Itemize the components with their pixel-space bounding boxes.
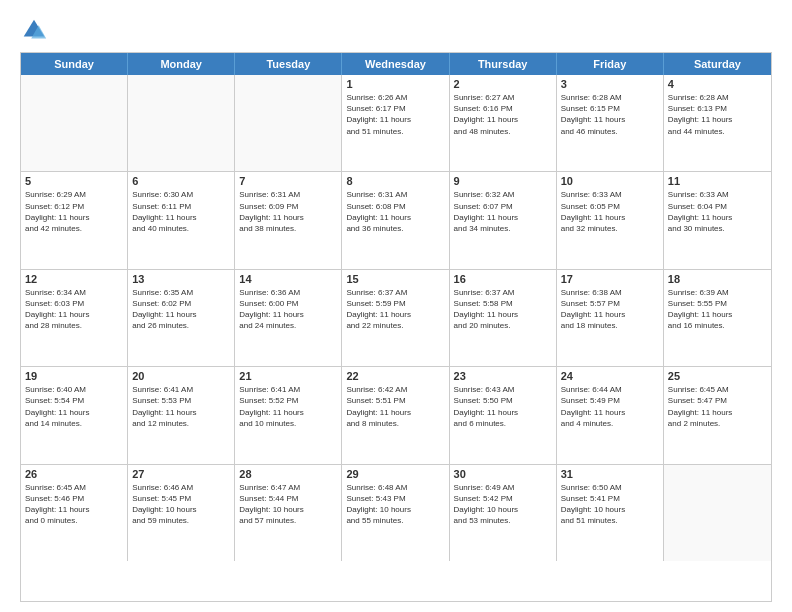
- day-details: Sunrise: 6:37 AM Sunset: 5:58 PM Dayligh…: [454, 287, 552, 332]
- calendar-day-6: 6Sunrise: 6:30 AM Sunset: 6:11 PM Daylig…: [128, 172, 235, 268]
- day-number: 21: [239, 370, 337, 382]
- header-day-friday: Friday: [557, 53, 664, 75]
- day-details: Sunrise: 6:35 AM Sunset: 6:02 PM Dayligh…: [132, 287, 230, 332]
- calendar-day-2: 2Sunrise: 6:27 AM Sunset: 6:16 PM Daylig…: [450, 75, 557, 171]
- day-details: Sunrise: 6:28 AM Sunset: 6:13 PM Dayligh…: [668, 92, 767, 137]
- calendar-day-8: 8Sunrise: 6:31 AM Sunset: 6:08 PM Daylig…: [342, 172, 449, 268]
- page: SundayMondayTuesdayWednesdayThursdayFrid…: [0, 0, 792, 612]
- day-details: Sunrise: 6:44 AM Sunset: 5:49 PM Dayligh…: [561, 384, 659, 429]
- calendar-day-28: 28Sunrise: 6:47 AM Sunset: 5:44 PM Dayli…: [235, 465, 342, 561]
- header-day-sunday: Sunday: [21, 53, 128, 75]
- day-number: 4: [668, 78, 767, 90]
- day-number: 13: [132, 273, 230, 285]
- logo: [20, 16, 52, 44]
- day-details: Sunrise: 6:48 AM Sunset: 5:43 PM Dayligh…: [346, 482, 444, 527]
- header-day-saturday: Saturday: [664, 53, 771, 75]
- day-number: 15: [346, 273, 444, 285]
- day-number: 29: [346, 468, 444, 480]
- calendar-day-26: 26Sunrise: 6:45 AM Sunset: 5:46 PM Dayli…: [21, 465, 128, 561]
- day-number: 3: [561, 78, 659, 90]
- header-day-thursday: Thursday: [450, 53, 557, 75]
- day-details: Sunrise: 6:32 AM Sunset: 6:07 PM Dayligh…: [454, 189, 552, 234]
- day-details: Sunrise: 6:50 AM Sunset: 5:41 PM Dayligh…: [561, 482, 659, 527]
- calendar-day-empty: [128, 75, 235, 171]
- calendar-day-15: 15Sunrise: 6:37 AM Sunset: 5:59 PM Dayli…: [342, 270, 449, 366]
- calendar-day-13: 13Sunrise: 6:35 AM Sunset: 6:02 PM Dayli…: [128, 270, 235, 366]
- day-details: Sunrise: 6:28 AM Sunset: 6:15 PM Dayligh…: [561, 92, 659, 137]
- day-details: Sunrise: 6:37 AM Sunset: 5:59 PM Dayligh…: [346, 287, 444, 332]
- day-number: 26: [25, 468, 123, 480]
- day-details: Sunrise: 6:34 AM Sunset: 6:03 PM Dayligh…: [25, 287, 123, 332]
- day-number: 2: [454, 78, 552, 90]
- calendar-week-1: 1Sunrise: 6:26 AM Sunset: 6:17 PM Daylig…: [21, 75, 771, 171]
- calendar-day-31: 31Sunrise: 6:50 AM Sunset: 5:41 PM Dayli…: [557, 465, 664, 561]
- calendar-day-10: 10Sunrise: 6:33 AM Sunset: 6:05 PM Dayli…: [557, 172, 664, 268]
- day-details: Sunrise: 6:29 AM Sunset: 6:12 PM Dayligh…: [25, 189, 123, 234]
- day-number: 20: [132, 370, 230, 382]
- day-number: 18: [668, 273, 767, 285]
- calendar-day-1: 1Sunrise: 6:26 AM Sunset: 6:17 PM Daylig…: [342, 75, 449, 171]
- day-number: 30: [454, 468, 552, 480]
- calendar-day-19: 19Sunrise: 6:40 AM Sunset: 5:54 PM Dayli…: [21, 367, 128, 463]
- day-details: Sunrise: 6:33 AM Sunset: 6:05 PM Dayligh…: [561, 189, 659, 234]
- day-details: Sunrise: 6:46 AM Sunset: 5:45 PM Dayligh…: [132, 482, 230, 527]
- day-number: 14: [239, 273, 337, 285]
- header: [20, 16, 772, 44]
- header-day-tuesday: Tuesday: [235, 53, 342, 75]
- calendar-day-27: 27Sunrise: 6:46 AM Sunset: 5:45 PM Dayli…: [128, 465, 235, 561]
- calendar-day-empty: [664, 465, 771, 561]
- calendar-day-23: 23Sunrise: 6:43 AM Sunset: 5:50 PM Dayli…: [450, 367, 557, 463]
- day-details: Sunrise: 6:36 AM Sunset: 6:00 PM Dayligh…: [239, 287, 337, 332]
- day-details: Sunrise: 6:39 AM Sunset: 5:55 PM Dayligh…: [668, 287, 767, 332]
- calendar-day-11: 11Sunrise: 6:33 AM Sunset: 6:04 PM Dayli…: [664, 172, 771, 268]
- calendar-day-16: 16Sunrise: 6:37 AM Sunset: 5:58 PM Dayli…: [450, 270, 557, 366]
- day-number: 7: [239, 175, 337, 187]
- day-details: Sunrise: 6:45 AM Sunset: 5:47 PM Dayligh…: [668, 384, 767, 429]
- calendar-body: 1Sunrise: 6:26 AM Sunset: 6:17 PM Daylig…: [21, 75, 771, 561]
- day-details: Sunrise: 6:31 AM Sunset: 6:08 PM Dayligh…: [346, 189, 444, 234]
- day-details: Sunrise: 6:30 AM Sunset: 6:11 PM Dayligh…: [132, 189, 230, 234]
- calendar-day-9: 9Sunrise: 6:32 AM Sunset: 6:07 PM Daylig…: [450, 172, 557, 268]
- day-details: Sunrise: 6:49 AM Sunset: 5:42 PM Dayligh…: [454, 482, 552, 527]
- day-number: 17: [561, 273, 659, 285]
- day-number: 19: [25, 370, 123, 382]
- calendar-day-24: 24Sunrise: 6:44 AM Sunset: 5:49 PM Dayli…: [557, 367, 664, 463]
- calendar-day-4: 4Sunrise: 6:28 AM Sunset: 6:13 PM Daylig…: [664, 75, 771, 171]
- day-number: 22: [346, 370, 444, 382]
- day-number: 9: [454, 175, 552, 187]
- calendar-day-18: 18Sunrise: 6:39 AM Sunset: 5:55 PM Dayli…: [664, 270, 771, 366]
- day-number: 6: [132, 175, 230, 187]
- day-details: Sunrise: 6:47 AM Sunset: 5:44 PM Dayligh…: [239, 482, 337, 527]
- calendar-day-22: 22Sunrise: 6:42 AM Sunset: 5:51 PM Dayli…: [342, 367, 449, 463]
- day-details: Sunrise: 6:33 AM Sunset: 6:04 PM Dayligh…: [668, 189, 767, 234]
- calendar-day-3: 3Sunrise: 6:28 AM Sunset: 6:15 PM Daylig…: [557, 75, 664, 171]
- day-number: 5: [25, 175, 123, 187]
- day-number: 28: [239, 468, 337, 480]
- day-number: 12: [25, 273, 123, 285]
- day-details: Sunrise: 6:41 AM Sunset: 5:53 PM Dayligh…: [132, 384, 230, 429]
- day-details: Sunrise: 6:42 AM Sunset: 5:51 PM Dayligh…: [346, 384, 444, 429]
- calendar-day-17: 17Sunrise: 6:38 AM Sunset: 5:57 PM Dayli…: [557, 270, 664, 366]
- day-details: Sunrise: 6:45 AM Sunset: 5:46 PM Dayligh…: [25, 482, 123, 527]
- day-details: Sunrise: 6:41 AM Sunset: 5:52 PM Dayligh…: [239, 384, 337, 429]
- header-day-wednesday: Wednesday: [342, 53, 449, 75]
- day-number: 10: [561, 175, 659, 187]
- calendar-header: SundayMondayTuesdayWednesdayThursdayFrid…: [21, 53, 771, 75]
- calendar-day-25: 25Sunrise: 6:45 AM Sunset: 5:47 PM Dayli…: [664, 367, 771, 463]
- header-day-monday: Monday: [128, 53, 235, 75]
- day-details: Sunrise: 6:26 AM Sunset: 6:17 PM Dayligh…: [346, 92, 444, 137]
- calendar-day-5: 5Sunrise: 6:29 AM Sunset: 6:12 PM Daylig…: [21, 172, 128, 268]
- calendar-week-4: 19Sunrise: 6:40 AM Sunset: 5:54 PM Dayli…: [21, 366, 771, 463]
- calendar-week-2: 5Sunrise: 6:29 AM Sunset: 6:12 PM Daylig…: [21, 171, 771, 268]
- calendar: SundayMondayTuesdayWednesdayThursdayFrid…: [20, 52, 772, 602]
- calendar-day-29: 29Sunrise: 6:48 AM Sunset: 5:43 PM Dayli…: [342, 465, 449, 561]
- day-number: 23: [454, 370, 552, 382]
- calendar-day-14: 14Sunrise: 6:36 AM Sunset: 6:00 PM Dayli…: [235, 270, 342, 366]
- logo-icon: [20, 16, 48, 44]
- calendar-week-3: 12Sunrise: 6:34 AM Sunset: 6:03 PM Dayli…: [21, 269, 771, 366]
- day-details: Sunrise: 6:38 AM Sunset: 5:57 PM Dayligh…: [561, 287, 659, 332]
- calendar-day-12: 12Sunrise: 6:34 AM Sunset: 6:03 PM Dayli…: [21, 270, 128, 366]
- day-details: Sunrise: 6:40 AM Sunset: 5:54 PM Dayligh…: [25, 384, 123, 429]
- calendar-week-5: 26Sunrise: 6:45 AM Sunset: 5:46 PM Dayli…: [21, 464, 771, 561]
- day-number: 31: [561, 468, 659, 480]
